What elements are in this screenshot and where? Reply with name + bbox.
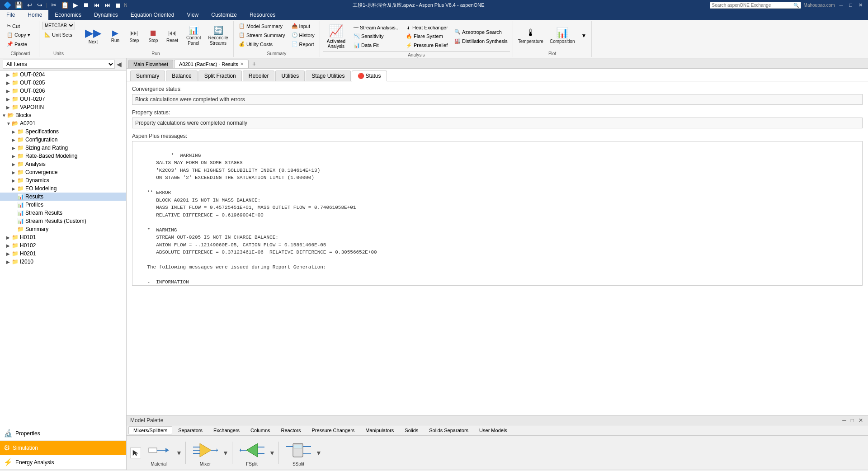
step-button[interactable]: ⏭ Step: [125, 27, 143, 45]
palette-tab-user-models[interactable]: User Models: [474, 426, 512, 434]
qat-cut[interactable]: ✂: [50, 1, 57, 9]
tab-file[interactable]: File: [0, 10, 21, 20]
reconcile-streams-button[interactable]: 🔄 Reconcile Streams: [206, 24, 231, 47]
report-button[interactable]: 📄 Report: [289, 40, 317, 48]
qat-run[interactable]: ▶: [72, 1, 79, 9]
stream-analysis-button[interactable]: 〰 Stream Analysis...: [351, 24, 402, 32]
tree-item-eo-modeling[interactable]: ▶ 📁 EO Modeling: [0, 184, 126, 193]
doc-tab-a0201-results[interactable]: A0201 (RadFrac) - Results ✕: [174, 60, 249, 68]
palette-tab-exchangers[interactable]: Exchangers: [208, 426, 245, 434]
cut-button[interactable]: ✂ Cut: [5, 22, 36, 30]
add-tab-button[interactable]: +: [250, 59, 259, 68]
sidebar-collapse-btn[interactable]: ◀: [115, 61, 123, 68]
qat-undo[interactable]: ↩: [26, 1, 33, 9]
distillation-synthesis-button[interactable]: 🏭 Distillation Synthesis: [452, 37, 510, 45]
tree-item-profiles[interactable]: 📊 Profiles: [0, 201, 126, 209]
history-button[interactable]: 🕐 History: [289, 31, 317, 39]
activated-analysis-button[interactable]: 📈 Activated Analysis: [323, 22, 349, 51]
flare-system-button[interactable]: 🔥 Flare System: [404, 32, 450, 41]
input-button[interactable]: 📥 Input: [289, 22, 317, 30]
tree-item-h0101[interactable]: ▶ 📁 H0101: [0, 233, 126, 241]
qat-reset[interactable]: ⏮: [93, 1, 101, 9]
data-fit-button[interactable]: 📊 Data Fit: [351, 41, 402, 50]
sub-tab-utilities[interactable]: Utilities: [275, 71, 305, 81]
tree-item-h0201[interactable]: ▶ 📁 H0201: [0, 250, 126, 258]
mixer-dropdown-arrow[interactable]: ▼: [223, 449, 228, 457]
tree-item-out206[interactable]: ▶ 📁 OUT-0206: [0, 87, 126, 95]
tree-item-blocks[interactable]: ▼ 📂 Blocks: [0, 111, 126, 119]
tree-item-stream-results[interactable]: 📊 Stream Results: [0, 209, 126, 217]
doc-tab-main-flowsheet[interactable]: Main Flowsheet: [128, 60, 173, 68]
palette-tab-solids[interactable]: Solids: [400, 426, 423, 434]
messages-box[interactable]: * WARNING SALTS MAY FORM ON SOME STAGES …: [132, 141, 863, 286]
tree-item-summary-leaf[interactable]: 📁 Summary: [0, 225, 126, 233]
tab-view[interactable]: View: [180, 10, 205, 20]
run-button[interactable]: ▶ Run: [106, 27, 124, 45]
stream-summary-button[interactable]: 📋 Stream Summary: [236, 31, 288, 39]
sub-tab-status[interactable]: 🔴 Status: [352, 71, 387, 81]
tree-item-configuration[interactable]: ▶ 📁 Configuration: [0, 136, 126, 144]
tab-economics[interactable]: Economics: [48, 10, 88, 20]
tree-item-vaporin[interactable]: ▶ 📁 VAPORIN: [0, 103, 126, 111]
palette-tab-separators[interactable]: Separators: [173, 426, 208, 434]
control-panel-button[interactable]: 📊 Control Panel: [182, 24, 205, 47]
tree-item-analysis-child[interactable]: ▶ 📁 Analysis: [0, 160, 126, 168]
search-input[interactable]: [712, 3, 793, 8]
tree-item-dynamics[interactable]: ▶ 📁 Dynamics: [0, 176, 126, 184]
minimize-btn[interactable]: ─: [838, 2, 845, 8]
tree-item-a0201[interactable]: ▼ 📂 A0201: [0, 119, 126, 127]
tab-dynamics[interactable]: Dynamics: [88, 10, 124, 20]
azeotrope-search-button[interactable]: 🔍 Azeotrope Search: [452, 28, 510, 36]
tree-item-out205[interactable]: ▶ 📁 OUT-0205: [0, 79, 126, 87]
tab-equation[interactable]: Equation Oriented: [124, 10, 181, 20]
paste-button[interactable]: 📌 Paste: [5, 40, 36, 48]
palette-item-fsplit[interactable]: FSplit: [236, 439, 268, 466]
copy-button[interactable]: 📋 Copy ▾: [5, 31, 36, 39]
palette-close-btn[interactable]: ✕: [857, 417, 864, 424]
sub-tab-summary[interactable]: Summary: [130, 71, 165, 81]
sub-tab-reboiler[interactable]: Reboiler: [243, 71, 275, 81]
palette-tab-solids-separators[interactable]: Solids Separators: [424, 426, 473, 434]
tree-item-stream-results-custom[interactable]: 📊 Stream Results (Custom): [0, 217, 126, 225]
composition-button[interactable]: 📊 Composition: [547, 26, 577, 46]
sub-tab-stage-utilities[interactable]: Stage Utilities: [306, 71, 350, 81]
palette-item-ssplit[interactable]: SSplit: [283, 439, 314, 466]
sidebar-filter-select[interactable]: All Items: [3, 60, 115, 69]
palette-tab-columns[interactable]: Columns: [245, 426, 275, 434]
palette-cursor[interactable]: [130, 447, 141, 458]
palette-tab-reactors[interactable]: Reactors: [276, 426, 306, 434]
palette-minimize-btn[interactable]: ─: [841, 417, 848, 424]
qat-step2[interactable]: ◼: [114, 1, 122, 9]
qat-copy[interactable]: 📋: [60, 1, 70, 9]
palette-restore-btn[interactable]: □: [849, 417, 855, 424]
palette-tab-mixers[interactable]: Mixers/Splitters: [128, 426, 172, 434]
next-button[interactable]: ▶▶ Next: [81, 25, 105, 47]
unit-sets-select[interactable]: METCBAR SI: [42, 22, 75, 29]
maximize-btn[interactable]: □: [847, 2, 854, 8]
sensitivity-button[interactable]: 📉 Sensitivity: [351, 32, 402, 41]
tree-item-i2010[interactable]: ▶ 📁 I2010: [0, 258, 126, 266]
model-summary-button[interactable]: 📋 Model Summary: [236, 22, 288, 30]
qat-stop[interactable]: ⏹: [82, 1, 90, 9]
palette-tab-pressure-changers[interactable]: Pressure Changers: [307, 426, 360, 434]
temperature-button[interactable]: 🌡 Temperature: [516, 26, 546, 46]
sub-tab-balance[interactable]: Balance: [166, 71, 197, 81]
doc-tab-close-btn[interactable]: ✕: [240, 61, 244, 66]
heat-exchanger-button[interactable]: 🌡 Heat Exchanger: [404, 24, 450, 32]
sidebar-section-properties[interactable]: 🔬 Properties: [0, 426, 126, 441]
tree-item-convergence[interactable]: ▶ 📁 Convergence: [0, 168, 126, 176]
stop-button[interactable]: ⏹ Stop: [144, 27, 162, 45]
qat-save[interactable]: 💾: [14, 1, 24, 9]
palette-tab-manipulators[interactable]: Manipulators: [360, 426, 399, 434]
pressure-relief-button[interactable]: ⚡ Pressure Relief: [404, 41, 450, 50]
plot-expand-button[interactable]: ▼: [579, 31, 589, 40]
ssplit-dropdown-arrow[interactable]: ▼: [316, 449, 321, 457]
palette-item-mixer[interactable]: Mixer: [189, 439, 221, 466]
sidebar-section-energy[interactable]: ⚡ Energy Analysis: [0, 455, 126, 470]
tree-item-specifications[interactable]: ▶ 📁 Specifications: [0, 127, 126, 136]
tab-home[interactable]: Home: [21, 10, 48, 20]
qat-step[interactable]: ⏭: [104, 1, 112, 9]
fsplit-dropdown-arrow[interactable]: ▼: [269, 449, 275, 457]
reset-button[interactable]: ⏮ Reset: [163, 27, 181, 45]
tree-item-sizing-rating[interactable]: ▶ 📁 Sizing and Rating: [0, 144, 126, 152]
